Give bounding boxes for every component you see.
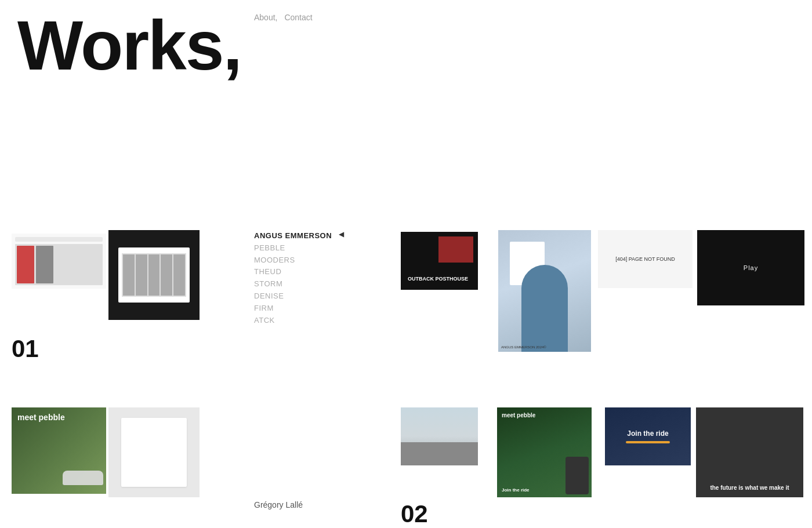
about-link[interactable]: About, — [254, 13, 277, 22]
project-navigation: ANGUS EMMERSON PEBBLE MOODERS THEUD STOR… — [254, 230, 332, 326]
404-text: [404] PAGE NOT FOUND — [615, 256, 675, 262]
document-preview — [121, 418, 187, 486]
nav-item-firm[interactable]: FIRM — [254, 303, 332, 315]
thumbnail-t2-6[interactable]: the future is what we make it — [696, 407, 803, 497]
nav-item-pebble[interactable]: PEBBLE — [254, 242, 332, 254]
meet-pebble-title: meet pebble — [17, 413, 100, 422]
nav-separator — [280, 13, 282, 22]
col-4 — [161, 254, 172, 296]
nav-item-storm[interactable]: STORM — [254, 278, 332, 290]
join-ride-text: Join the ride — [627, 429, 668, 438]
col-5 — [173, 254, 185, 296]
row-number-1: 01 — [12, 335, 39, 363]
thumbnail-t1-3[interactable]: OUTBACK POSTHOUSE — [401, 232, 478, 290]
contact-link[interactable]: Contact — [284, 13, 312, 22]
screen-inner — [122, 253, 186, 297]
pebble-car-shape — [63, 471, 103, 485]
play-label: Play — [744, 264, 758, 271]
nav-item-atck[interactable]: ATCK — [254, 315, 332, 327]
future-text: the future is what we make it — [710, 484, 789, 491]
img-block-2 — [36, 246, 53, 283]
person-label-gregory: Grégory Lallé — [254, 500, 303, 509]
nav-item-denise[interactable]: DENISE — [254, 290, 332, 303]
thumbnail-t1-1[interactable] — [12, 234, 106, 289]
thumbnail-t1-4[interactable]: ANGUS EMMERSON 2024© — [498, 230, 591, 352]
counter-surface — [401, 442, 478, 465]
thumbnail-t1-5[interactable]: [404] PAGE NOT FOUND — [598, 230, 693, 288]
thumbnail-t2-4[interactable]: meet pebble Join the ride — [497, 407, 592, 497]
thumbnail-t1-2[interactable] — [108, 230, 200, 320]
nav-links: About, Contact — [254, 13, 313, 22]
thumbnail-t1-6[interactable]: Play — [697, 230, 804, 305]
nav-item-mooders[interactable]: MOODERS — [254, 254, 332, 267]
website-content — [15, 244, 103, 285]
img-block-1 — [17, 246, 34, 283]
person-silhouette — [521, 265, 568, 352]
outback-posthouse-text: OUTBACK POSTHOUSE — [408, 276, 471, 283]
progress-bar — [626, 441, 670, 443]
row-number-2: 02 — [401, 500, 428, 528]
thumbnail-t2-5[interactable]: Join the ride — [605, 407, 691, 465]
phone-shape — [566, 457, 589, 494]
browser-bar — [15, 237, 103, 242]
thumbnail-t2-3[interactable] — [401, 407, 478, 465]
background-image — [438, 236, 473, 263]
meet-pebble-phone-title: meet pebble — [502, 412, 587, 419]
person-label: ANGUS EMMERSON 2024© — [501, 345, 546, 349]
col-1 — [123, 254, 135, 296]
nav-item-theud[interactable]: THEUD — [254, 266, 332, 278]
screen-content — [118, 247, 190, 303]
nav-item-angus-emmerson[interactable]: ANGUS EMMERSON — [254, 230, 332, 242]
thumbnail-t2-1[interactable]: meet pebble — [12, 407, 106, 494]
nav-arrow: ◀ — [339, 230, 344, 238]
thumbnail-t2-2[interactable] — [108, 407, 200, 497]
col-3 — [148, 254, 160, 296]
col-2 — [136, 254, 147, 296]
page-title: Works, — [17, 10, 241, 80]
